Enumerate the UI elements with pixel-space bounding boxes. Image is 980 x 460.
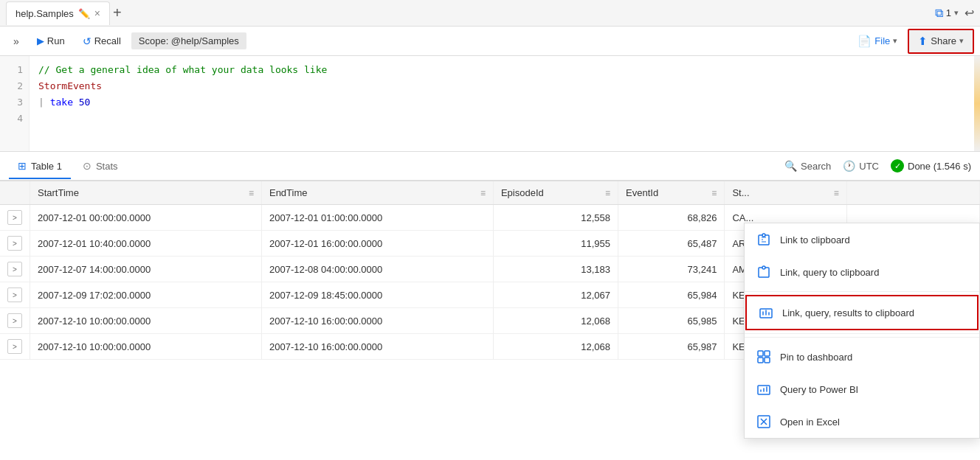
- cell-eventid: 73,241: [618, 257, 725, 282]
- col-endtime-label: EndTime: [269, 187, 308, 198]
- expand-arrow[interactable]: >: [7, 339, 22, 354]
- share-chevron: ▾: [959, 36, 964, 46]
- col-starttime[interactable]: StartTime ≡: [30, 181, 262, 205]
- link-clipboard-icon: [756, 232, 771, 247]
- col-endtime[interactable]: EndTime ≡: [261, 181, 493, 205]
- file-label: File: [874, 35, 890, 46]
- link-query-results-icon: [759, 305, 773, 320]
- col-state-label: St...: [732, 187, 749, 198]
- row-expand-btn[interactable]: >: [0, 308, 30, 334]
- cell-starttime: 2007-12-07 14:00:00.0000: [30, 257, 262, 282]
- cell-episodeid: 12,067: [493, 282, 618, 308]
- endtime-menu-icon[interactable]: ≡: [480, 188, 486, 198]
- dropdown-item-open-excel[interactable]: Open in Excel: [745, 405, 979, 438]
- cell-starttime: 2007-12-09 17:02:00.0000: [30, 282, 262, 308]
- row-expand-btn[interactable]: >: [0, 282, 30, 308]
- cell-episodeid: 12,558: [493, 205, 618, 231]
- row-expand-btn[interactable]: >: [0, 205, 30, 231]
- share-icon: ⬆: [918, 35, 928, 48]
- recall-label: Recall: [94, 35, 121, 46]
- link-query-clipboard-label: Link, query to clipboard: [780, 267, 879, 278]
- cell-endtime: 2007-12-10 16:00:00.0000: [261, 334, 493, 360]
- cell-eventid: 65,985: [618, 308, 725, 334]
- episodeid-menu-icon[interactable]: ≡: [605, 188, 610, 198]
- svg-rect-3: [758, 358, 763, 363]
- dropdown-item-pin-dashboard[interactable]: Pin to dashboard: [745, 341, 979, 373]
- col-episodeid-label: EpisodeId: [501, 187, 544, 198]
- add-tab-btn[interactable]: +: [113, 4, 122, 21]
- link-query-results-label: Link, query, results to clipboard: [782, 307, 914, 318]
- svg-rect-2: [765, 351, 770, 356]
- recall-btn[interactable]: ↺ Recall: [75, 32, 128, 50]
- search-btn[interactable]: 🔍 Search: [784, 160, 831, 172]
- toolbar: » ▶ Run ↺ Recall Scope: @help/Samples 📄 …: [0, 27, 980, 56]
- undo-btn[interactable]: ↩: [965, 6, 974, 20]
- expand-btn[interactable]: »: [6, 32, 27, 50]
- cell-endtime: 2007-12-01 16:00:00.0000: [261, 231, 493, 257]
- dropdown-item-query-powerbi[interactable]: Query to Power BI: [745, 373, 979, 405]
- copy-icon: ⧉: [935, 7, 943, 20]
- cell-eventid: 65,984: [618, 282, 725, 308]
- cell-starttime: 2007-12-10 10:00:00.0000: [30, 308, 262, 334]
- done-status: ✓ Done (1.546 s): [891, 159, 971, 172]
- row-expand-btn[interactable]: >: [0, 334, 30, 360]
- copy-chevron: ▾: [954, 8, 959, 18]
- eventid-menu-icon[interactable]: ≡: [711, 188, 717, 198]
- pin-dashboard-icon: [756, 349, 771, 364]
- expand-arrow[interactable]: >: [7, 288, 22, 302]
- cell-episodeid: 12,068: [493, 334, 618, 360]
- scope-btn[interactable]: Scope: @help/Samples: [131, 32, 246, 49]
- stats-tab[interactable]: ⊙ Stats: [74, 154, 127, 178]
- scope-label: Scope: @help/Samples: [139, 35, 239, 46]
- dropdown-item-link-query-results[interactable]: Link, query, results to clipboard: [745, 295, 979, 330]
- expand-arrow[interactable]: >: [7, 236, 22, 251]
- code-line-4: [38, 111, 965, 127]
- code-line-3: | take 50: [38, 94, 965, 111]
- code-line-2: StormEvents: [38, 78, 965, 94]
- expand-arrow[interactable]: >: [7, 262, 22, 276]
- run-label: Run: [47, 35, 65, 46]
- table-tab[interactable]: ⊞ Table 1: [9, 154, 71, 179]
- col-state[interactable]: St... ≡: [725, 181, 846, 205]
- col-starttime-label: StartTime: [38, 187, 79, 198]
- row-expand-btn[interactable]: >: [0, 231, 30, 257]
- results-table-container[interactable]: StartTime ≡ EndTime ≡ EpisodeId ≡: [0, 181, 980, 460]
- cell-endtime: 2007-12-09 18:45:00.0000: [261, 282, 493, 308]
- edit-icon[interactable]: ✏️: [78, 8, 90, 19]
- tab-title: help.Samples: [15, 8, 74, 19]
- col-eventid-label: EventId: [626, 187, 658, 198]
- code-editor[interactable]: 1 2 3 4 // Get a general idea of what yo…: [0, 56, 980, 152]
- col-episodeid[interactable]: EpisodeId ≡: [493, 181, 618, 205]
- line-numbers: 1 2 3 4: [0, 56, 30, 151]
- stats-tab-label: Stats: [96, 161, 118, 172]
- dropdown-item-link-query-clipboard[interactable]: Link, query to clipboard: [745, 256, 979, 288]
- results-right: 🔍 Search 🕐 UTC ✓ Done (1.546 s): [784, 159, 971, 172]
- undo-icon: ↩: [965, 6, 974, 20]
- results-bar: ⊞ Table 1 ⊙ Stats 🔍 Search 🕐 UTC ✓ Done …: [0, 152, 980, 181]
- cell-episodeid: 12,068: [493, 308, 618, 334]
- run-btn[interactable]: ▶ Run: [30, 32, 72, 49]
- link-clipboard-label: Link to clipboard: [780, 234, 850, 245]
- col-eventid[interactable]: EventId ≡: [618, 181, 725, 205]
- file-btn[interactable]: 📄 File ▾: [850, 30, 905, 52]
- utc-btn[interactable]: 🕐 UTC: [843, 160, 879, 172]
- copy-count: 1: [946, 7, 951, 18]
- cell-episodeid: 13,183: [493, 257, 618, 282]
- expand-arrow[interactable]: >: [7, 313, 22, 328]
- row-expand-btn[interactable]: >: [0, 257, 30, 282]
- table-header-row: StartTime ≡ EndTime ≡ EpisodeId ≡: [0, 181, 980, 205]
- dropdown-item-link-clipboard[interactable]: Link to clipboard: [745, 223, 979, 256]
- col-expand: [0, 181, 30, 205]
- code-content[interactable]: // Get a general idea of what your data …: [30, 56, 974, 151]
- expand-arrow[interactable]: >: [7, 210, 22, 225]
- share-btn[interactable]: ⬆ Share ▾: [908, 29, 974, 54]
- col-type: [846, 181, 979, 205]
- tab-bar: help.Samples ✏️ × + ⧉ 1 ▾ ↩: [0, 0, 980, 27]
- main-tab[interactable]: help.Samples ✏️ ×: [6, 1, 110, 25]
- share-dropdown: Link to clipboard Link, query to clipboa…: [744, 223, 980, 439]
- starttime-menu-icon[interactable]: ≡: [249, 188, 254, 198]
- copy-count-btn[interactable]: ⧉ 1 ▾: [935, 7, 959, 20]
- close-tab-btn[interactable]: ×: [94, 7, 100, 19]
- state-menu-icon[interactable]: ≡: [834, 188, 839, 198]
- search-icon: 🔍: [784, 160, 797, 172]
